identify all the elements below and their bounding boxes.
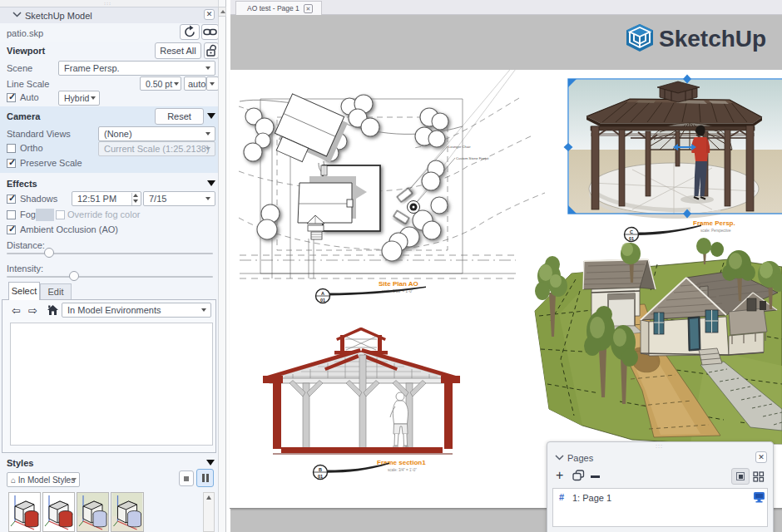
svg-text:Site Plan AO: Site Plan AO xyxy=(379,280,418,288)
svg-text:scale: 3/4" = 1'-0": scale: 3/4" = 1'-0" xyxy=(388,468,417,472)
svg-text:C: C xyxy=(630,229,633,234)
svg-text:SketchUp: SketchUp xyxy=(659,26,766,52)
svg-text:A: A xyxy=(321,291,324,296)
svg-text:01: 01 xyxy=(318,474,323,479)
svg-text:Custom Stone Firepit: Custom Stone Firepit xyxy=(456,156,489,160)
svg-text:01: 01 xyxy=(629,236,634,241)
svg-text:Lounger Chair: Lounger Chair xyxy=(448,145,471,149)
svg-text:01: 01 xyxy=(320,298,325,303)
svg-text:B: B xyxy=(319,467,322,472)
svg-text:scale: Perspective: scale: Perspective xyxy=(700,229,731,233)
